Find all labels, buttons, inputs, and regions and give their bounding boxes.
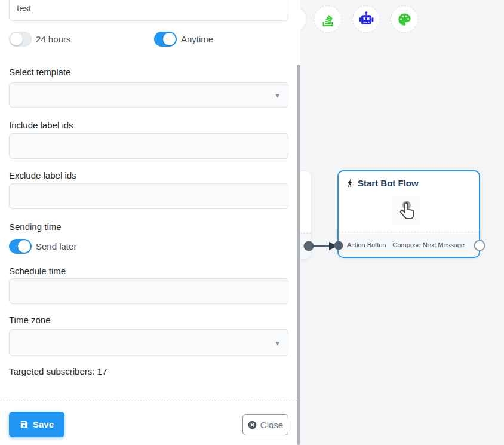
compose-next-message-port-label[interactable]: Compose Next Message [393,241,465,248]
close-button-label: Close [260,420,283,430]
save-floppy-icon [20,420,29,429]
action-button-port-label[interactable]: Action Button [347,241,386,248]
toggle-anytime[interactable] [154,32,177,47]
toolbar-circle-partial[interactable] [300,5,306,33]
node-title: Start Bot Flow [358,178,419,188]
palette-icon [397,11,413,27]
upstream-node-footer [300,233,311,259]
save-button-label: Save [33,419,54,429]
chevron-down-icon: ▾ [275,338,279,347]
schedule-time-input[interactable] [9,278,288,304]
exclude-label-ids-input[interactable] [9,183,288,209]
close-button[interactable]: Close [242,414,288,435]
toggle-24-hours[interactable] [9,32,32,47]
flow-canvas[interactable]: Start Bot Flow Action Button Compose Nex… [300,0,504,445]
toolbar-button-stack[interactable] [314,5,342,33]
footer-divider [0,401,297,401]
toolbar-button-theme[interactable] [391,5,418,33]
sending-time-label: Sending time [9,222,62,232]
select-template-label: Select template [9,67,70,77]
toggle-knob [163,33,176,45]
toggle-send-later[interactable] [9,239,32,254]
schedule-time-label: Schedule time [9,266,66,276]
node-footer: Action Button Compose Next Message [339,232,479,257]
targeted-subscribers-text: Targeted subscribers: 17 [9,366,107,376]
template-select[interactable]: ▾ [9,82,288,108]
toggle-send-later-label: Send later [36,239,76,254]
time-zone-select[interactable]: ▾ [9,329,288,356]
chevron-down-icon: ▾ [275,91,279,100]
time-zone-label: Time zone [9,315,50,325]
toggle-24-hours-label: 24 hours [36,32,70,47]
close-circle-icon [248,421,257,429]
robot-icon [358,11,374,27]
node-header: Start Bot Flow [346,178,419,188]
upstream-node-partial[interactable] [300,171,311,259]
toggle-knob [18,240,30,253]
hand-cursor-icon [395,198,420,228]
walking-person-icon [346,179,354,188]
stack-icon [320,11,336,27]
toggle-knob [10,33,23,45]
campaign-name-input[interactable] [9,0,288,21]
include-label-ids-label: Include label ids [9,120,73,130]
exclude-label-ids-label: Exclude label ids [9,170,76,180]
save-button[interactable]: Save [9,412,64,437]
campaign-settings-panel: 24 hours Anytime Select template ▾ Inclu… [0,0,297,445]
toggle-anytime-label: Anytime [181,32,213,47]
include-label-ids-input[interactable] [9,133,288,159]
toolbar-button-bot[interactable] [352,5,380,33]
